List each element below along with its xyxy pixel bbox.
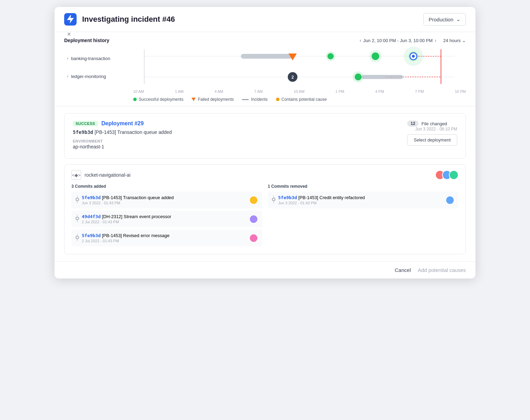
legend-incidents-label: Incidents (251, 97, 267, 102)
legend-successful: Successful deployments (133, 97, 183, 102)
commit-msg-removed-1: [PB-1453] Credit entity refactored (298, 195, 365, 200)
xaxis-label-5: 1 PM (335, 89, 344, 94)
commit-date-removed-1: Jun 3 2022 - 01:43 PM (278, 201, 365, 205)
chart-controls: ‹ Jun 2, 10:00 PM - Jun 3, 10:00 PM › 24… (360, 38, 466, 43)
commit-info-3: 5fe9b3d [PB-1453] Revised error message … (76, 233, 169, 243)
legend-orange-dot (276, 98, 279, 101)
commit-msg-2: [DH-2312] Stream event processor (102, 214, 171, 219)
svg-point-10 (327, 53, 334, 59)
commit-hash-3[interactable]: 5fe9b3d (82, 233, 101, 238)
avatars-group (435, 170, 459, 180)
deployment-commit: 5fe9b3d [PB-1453] Transaction queue adde… (73, 129, 172, 135)
chevron-down-icon: ⌄ (456, 16, 461, 22)
xaxis-label-8: 10 PM (455, 89, 466, 94)
svg-point-16 (412, 55, 415, 58)
commit-avatar-removed-1 (445, 196, 454, 205)
deployment-meta: 12 File changed Jun 3 2022 - 08:10 PM Se… (407, 120, 457, 146)
status-badge: SUCCESS (73, 121, 98, 126)
commit-msg-3: [PB-1453] Revised error message (102, 233, 169, 238)
env-label-text: Environment (73, 139, 172, 143)
cancel-button[interactable]: Cancel (395, 267, 411, 273)
commit-row-removed-1[interactable]: 5fe9b3d [PB-1453] Credit entity refactor… (268, 192, 459, 208)
commit-text-removed-1: 5fe9b3d [PB-1453] Credit entity refactor… (278, 195, 365, 200)
commit-text-3: 5fe9b3d [PB-1453] Revised error message (82, 233, 169, 238)
commit-text-2: 49d4f3d [DH-2312] Stream event processor (82, 214, 171, 219)
time-filter-dropdown[interactable]: 24 hours ⌄ (443, 38, 466, 43)
chart-xaxis: 10 AM 1 AM 4 AM 7 AM 10 AM 1 PM 4 PM 7 P… (133, 89, 466, 94)
file-changed: 12 File changed (407, 120, 457, 127)
commit-info-2: 49d4f3d [DH-2312] Stream event processor… (76, 214, 171, 224)
modal-header: Investigating incident #46 Production ⌄ … (55, 7, 475, 32)
next-date-arrow[interactable]: › (435, 38, 436, 43)
page-title: Investigating incident #46 (82, 15, 423, 24)
chart-label-ledger[interactable]: › ledger-monitoring (64, 67, 133, 85)
xaxis-label-0: 10 AM (133, 89, 144, 94)
legend-triangle-icon (192, 98, 196, 101)
commit-hash-1[interactable]: 5fe9b3d (82, 195, 101, 200)
commit-info-1: 5fe9b3d [PB-1453] Transaction queue adde… (76, 195, 174, 205)
legend-line-icon (242, 99, 249, 100)
commit-avatar-2 (249, 215, 258, 224)
add-causes-button: Add potential causes (418, 267, 466, 273)
commits-added-col: 3 Commits added 5fe9b3d (71, 184, 262, 248)
svg-point-12 (372, 52, 379, 60)
chart-header: Deployment history ‹ Jun 2, 10:00 PM - J… (64, 38, 466, 43)
svg-point-20 (355, 74, 362, 80)
service-name: rocket-navigational-ai (85, 172, 130, 178)
chart-area: › banking-transaction › ledger-monitorin… (64, 46, 466, 94)
deployment-section: SUCCESS Deployment #29 5fe9b3d [PB-1453]… (55, 106, 475, 261)
legend-successful-label: Successful deployments (139, 97, 183, 102)
xaxis-label-1: 1 AM (175, 89, 184, 94)
env-value-text: ap-northeast-1 (73, 144, 172, 149)
label-text-banking: banking-transaction (71, 56, 110, 61)
prev-date-arrow[interactable]: ‹ (360, 38, 361, 43)
date-range-text: Jun 2, 10:00 PM - Jun 3, 10:00 PM (363, 38, 433, 43)
commit-row-added-2[interactable]: 49d4f3d [DH-2312] Stream event processor… (71, 211, 262, 227)
xaxis-label-2: 4 AM (215, 89, 223, 94)
commit-hash-removed-1[interactable]: 5fe9b3d (278, 195, 297, 200)
commit-text-1: 5fe9b3d [PB-1453] Transaction queue adde… (82, 195, 174, 200)
date-range[interactable]: ‹ Jun 2, 10:00 PM - Jun 3, 10:00 PM › (360, 38, 436, 43)
app-logo (64, 13, 77, 26)
chart-plot: 2 10 AM 1 AM 4 AM 7 AM 10 AM 1 PM 4 PM (133, 46, 466, 94)
legend-potential-cause: Contains potential cause (276, 97, 327, 102)
close-button[interactable]: × (64, 29, 74, 39)
chart-svg: 2 (133, 46, 466, 87)
chart-legend: Successful deployments Failed deployment… (133, 97, 466, 102)
file-changed-label: File changed (421, 121, 447, 126)
chevron-right-icon-2: › (67, 74, 68, 79)
svg-rect-21 (362, 75, 403, 79)
xaxis-label-4: 10 AM (294, 89, 304, 94)
commits-cols: 3 Commits added 5fe9b3d (71, 184, 459, 248)
select-deployment-button[interactable]: Select deployment (407, 134, 457, 146)
avatar-3 (449, 170, 459, 180)
commits-removed-title: 1 Commits removed (268, 184, 459, 189)
legend-cause-label: Contains potential cause (282, 97, 327, 102)
deployment-name[interactable]: Deployment #29 (101, 120, 144, 127)
svg-text:2: 2 (292, 75, 294, 80)
deployment-card-header: SUCCESS Deployment #29 5fe9b3d [PB-1453]… (73, 120, 457, 149)
service-name-row: <◆> rocket-navigational-ai (71, 170, 130, 180)
service-icon: <◆> (71, 170, 81, 180)
commit-row-added-3[interactable]: 5fe9b3d [PB-1453] Revised error message … (71, 229, 262, 246)
file-count-badge: 12 (407, 120, 419, 127)
commit-avatar-3 (249, 234, 258, 243)
commit-hash-2[interactable]: 49d4f3d (82, 214, 101, 219)
env-dropdown[interactable]: Production ⌄ (423, 13, 466, 26)
commit-date-2: 2 Jul 2022 - 01:43 PM (82, 220, 171, 224)
modal-container: Investigating incident #46 Production ⌄ … (55, 7, 475, 279)
commit-info-removed-1: 5fe9b3d [PB-1453] Credit entity refactor… (272, 195, 365, 205)
time-filter-label: 24 hours (443, 38, 461, 43)
commits-added-title: 3 Commits added (71, 184, 262, 189)
legend-green-dot (133, 98, 137, 101)
commit-msg-1: [PB-1453] Transaction queue added (102, 195, 174, 200)
chart-label-banking[interactable]: › banking-transaction (64, 49, 133, 67)
deployment-title-row: SUCCESS Deployment #29 (73, 120, 172, 127)
xaxis-label-6: 4 PM (375, 89, 384, 94)
chart-labels: › banking-transaction › ledger-monitorin… (64, 46, 133, 94)
commit-date-3: 2 Jul 2022 - 01:43 PM (82, 239, 169, 243)
chevron-right-icon: › (67, 56, 68, 61)
commit-row-added-1[interactable]: 5fe9b3d [PB-1453] Transaction queue adde… (71, 192, 262, 208)
label-text-ledger: ledger-monitoring (71, 74, 106, 79)
xaxis-label-7: 7 PM (415, 89, 424, 94)
